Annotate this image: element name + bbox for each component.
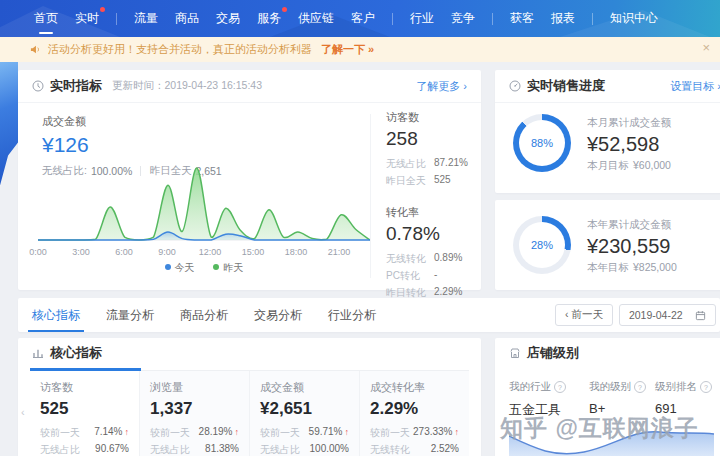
row-label: 较前一天 [370, 426, 410, 440]
nav-item-knowledge-center[interactable]: 知识中心 [610, 10, 658, 27]
prev-day-button[interactable]: ‹ 前一天 [555, 304, 613, 326]
nav-item-reports[interactable]: 报表 [551, 10, 575, 27]
progress-label: 本年累计成交金额 [587, 218, 677, 232]
top-navigation: 首页 实时 流量 商品 交易 服务 供应链 客户 行业 竞争 获客 报表 知识中… [0, 0, 720, 37]
x-tick: 9:00 [158, 247, 176, 257]
nav-divider [492, 13, 493, 25]
x-axis-labels: 0:00 3:00 6:00 9:00 12:00 15:00 18:00 21… [38, 246, 370, 258]
card-value: 525 [40, 399, 129, 419]
nav-item-trade[interactable]: 交易 [216, 10, 240, 27]
row-value: 0.89% [434, 252, 462, 266]
gauge-icon [509, 80, 521, 92]
legend-dot-today [165, 264, 171, 270]
nav-item-supply-chain[interactable]: 供应链 [298, 10, 334, 27]
core-metrics-panel: 核心指标 ‹ 访客数 525 较前一天7.14%↑ 无线占比90.67% 浏览量… [18, 338, 481, 456]
legend-yesterday[interactable]: 昨天 [213, 262, 243, 273]
col-label: 级别排名 [655, 380, 697, 394]
new-badge-dot [282, 7, 287, 12]
row-label: PC转化 [386, 269, 434, 283]
chart-legend: 今天 昨天 [38, 261, 370, 275]
progress-percent: 28% [531, 239, 553, 251]
dashboard-page: 首页 实时 流量 商品 交易 服务 供应链 客户 行业 竞争 获客 报表 知识中… [0, 0, 720, 456]
target-value: ¥825,000 [633, 261, 677, 273]
row-label: 无线转化 [370, 443, 410, 456]
year-progress-ring: 28% [513, 216, 571, 274]
set-target-link[interactable]: 设置目标 › [670, 79, 720, 94]
legend-today[interactable]: 今天 [165, 262, 195, 273]
bar-chart-icon [32, 347, 44, 359]
card-label: 浏览量 [150, 380, 239, 395]
megaphone-icon [30, 44, 41, 55]
card-label: 成交金额 [260, 380, 349, 395]
nav-item-industry[interactable]: 行业 [410, 10, 434, 27]
metric-card-conversion[interactable]: 成交转化率 2.29% 较前一天273.33%↑ 无线转化2.52% [359, 371, 469, 456]
info-icon[interactable]: ? [554, 381, 566, 393]
nav-item-customers[interactable]: 客户 [351, 10, 375, 27]
row-label: 无线占比 [386, 157, 434, 171]
date-value: 2019-04-22 [629, 309, 683, 321]
metric-card-visitors[interactable]: 访客数 525 较前一天7.14%↑ 无线占比90.67% [30, 371, 139, 456]
panel-title: 实时指标 [50, 77, 102, 95]
x-tick: 12:00 [199, 247, 222, 257]
nav-item-label: 服务 [257, 11, 281, 25]
date-picker[interactable]: 2019-04-22 [619, 304, 716, 326]
nav-item-products[interactable]: 商品 [175, 10, 199, 27]
row-value: - [434, 269, 437, 283]
info-icon[interactable]: ? [700, 381, 712, 393]
nav-item-realtime[interactable]: 实时 [75, 10, 99, 27]
tab-industry-analysis[interactable]: 行业分析 [328, 298, 376, 332]
analysis-tabs-bar: 核心指标 流量分析 商品分析 交易分析 行业分析 ‹ 前一天 2019-04-2… [18, 298, 720, 332]
visitors-metric: 访客数 258 无线占比87.21% 昨日全天525 [386, 110, 478, 188]
banner-learn-more-link[interactable]: 了解一下 » [321, 42, 374, 57]
shop-icon [509, 347, 521, 359]
row-value: 2.52% [431, 443, 459, 456]
metric-label: 成交金额 [42, 114, 222, 129]
learn-more-link[interactable]: 了解更多 › [416, 79, 467, 94]
tab-core-metrics[interactable]: 核心指标 [32, 298, 80, 332]
metric-card-pageviews[interactable]: 浏览量 1,337 较前一天28.19%↑ 无线占比81.38% [139, 371, 249, 456]
promo-banner: 活动分析更好用！支持合并活动，真正的活动分析利器 了解一下 » × [0, 37, 720, 62]
row-value: 90.67% [95, 443, 129, 456]
nav-item-traffic[interactable]: 流量 [134, 10, 158, 27]
card-value: ¥2,651 [260, 399, 349, 419]
nav-item-service[interactable]: 服务 [257, 10, 281, 27]
realtime-metrics-panel: 实时指标 更新时间：2019-04-23 16:15:43 了解更多 › 成交金… [18, 70, 481, 290]
up-arrow-icon: ↑ [345, 427, 350, 437]
metric-value: 0.78% [386, 223, 478, 245]
clock-icon [32, 80, 44, 92]
banner-text: 活动分析更好用！支持合并活动，真正的活动分析利器 [48, 42, 312, 57]
progress-value: ¥52,598 [587, 133, 671, 156]
close-icon[interactable]: × [702, 41, 710, 54]
progress-value: ¥230,559 [587, 235, 677, 258]
nav-item-acquisition[interactable]: 获客 [510, 10, 534, 27]
row-value: 28.19% [199, 426, 233, 437]
row-value: 59.71% [309, 426, 343, 437]
tab-trade-analysis[interactable]: 交易分析 [254, 298, 302, 332]
month-progress-ring: 88% [513, 114, 571, 172]
tab-traffic-analysis[interactable]: 流量分析 [106, 298, 154, 332]
sales-progress-panel: 实时销售进度 设置目标 › 88% 本月累计成交金额 ¥52,598 本月目标¥… [495, 70, 720, 193]
metric-card-gmv[interactable]: 成交金额 ¥2,651 较前一天59.71%↑ 无线占比100.00% [249, 371, 359, 456]
nav-item-home[interactable]: 首页 [34, 10, 58, 27]
nav-item-label: 实时 [75, 11, 99, 25]
carousel-prev-icon[interactable]: ‹ [21, 406, 25, 418]
info-icon[interactable]: ? [634, 381, 646, 393]
x-tick: 6:00 [115, 247, 133, 257]
nav-divider [592, 13, 593, 25]
vertical-divider [370, 114, 371, 278]
x-tick: 15:00 [242, 247, 265, 257]
series-yesterday [38, 168, 370, 240]
tab-product-analysis[interactable]: 商品分析 [180, 298, 228, 332]
row-value: 273.33% [413, 426, 452, 437]
legend-dot-yesterday [213, 264, 219, 270]
metric-value: 258 [386, 128, 478, 150]
card-value: 2.29% [370, 399, 459, 419]
row-value: 525 [434, 174, 451, 188]
metric-label: 转化率 [386, 205, 478, 220]
col-label: 我的行业 [509, 380, 551, 394]
row-label: 昨日全天 [386, 174, 434, 188]
nav-divider [392, 13, 393, 25]
nav-item-competition[interactable]: 竞争 [451, 10, 475, 27]
legend-label: 昨天 [223, 262, 243, 273]
row-label: 较前一天 [40, 426, 80, 440]
